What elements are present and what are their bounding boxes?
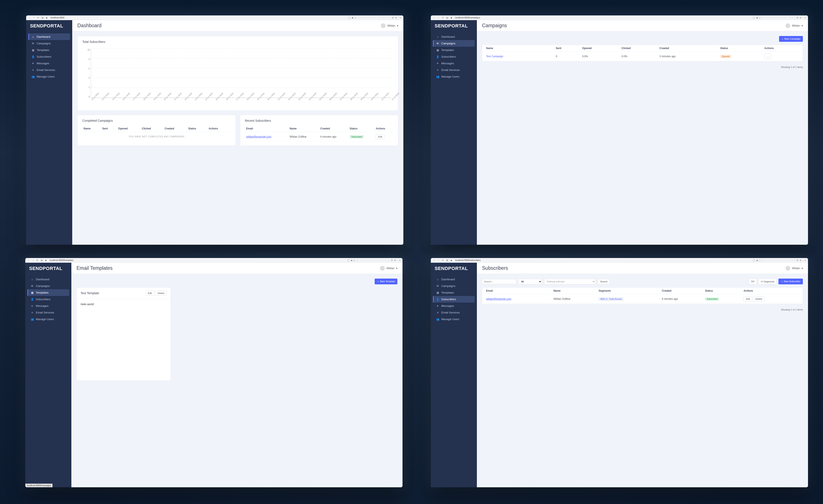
view-toggle[interactable]: ☰▾ bbox=[749, 279, 757, 284]
back-icon[interactable]: ‹ bbox=[433, 259, 436, 262]
campaign-name-link[interactable]: Test Campaign bbox=[486, 55, 503, 58]
sidebar-item-email-services[interactable]: ≡Email Services bbox=[433, 67, 475, 73]
new-subscriber-button[interactable]: ＋ New Subscriber bbox=[779, 279, 803, 284]
back-icon[interactable]: ‹ bbox=[433, 16, 436, 19]
sidebar-item-subscribers[interactable]: 👤Subscribers bbox=[28, 53, 70, 60]
user-menu[interactable]: Wildan▾ bbox=[786, 266, 803, 271]
sidebar-item-subscribers[interactable]: 👤Subscribers bbox=[433, 53, 475, 60]
window-subscribers: ‹›⟳▤◆ localhost:9000/subscribers ◯◆▷♡▫▫▫… bbox=[431, 258, 808, 487]
chevron-down-icon: ▾ bbox=[397, 24, 398, 27]
table-row: Test Campaign 0 0.0% 0.0% 3 minutes ago … bbox=[482, 52, 803, 61]
sidebar: SENDPORTAL ⌂Dashboard ✉Campaigns ▦Templa… bbox=[431, 20, 477, 245]
sidebar-item-dashboard[interactable]: ⌂Dashboard bbox=[27, 276, 69, 283]
subscriber-email-link[interactable]: wildan@example.com bbox=[486, 298, 511, 300]
table-row: wildan@example.com Wildan Zulfikar Web v… bbox=[482, 294, 803, 304]
address-bar[interactable]: localhost:9000/templates bbox=[50, 259, 73, 262]
columns-icon: ▦ bbox=[436, 291, 439, 294]
sidebar-item-messages[interactable]: ✈Messages bbox=[433, 60, 475, 67]
sidebar-item-dashboard[interactable]: ⌂Dashboard bbox=[433, 276, 475, 283]
statusbar: localhost:9000/messages bbox=[25, 484, 52, 487]
sidebar-item-dashboard[interactable]: ⌂Dashboard bbox=[28, 33, 70, 40]
new-template-button[interactable]: ＋ New Template bbox=[375, 279, 397, 284]
toolbar-extensions: ◯◆▷♡▫▫▫▫▫▫▫▫▫▫▫▫▫▫▫⚙⊕▫≡ bbox=[347, 259, 400, 262]
logo: SENDPORTAL bbox=[431, 263, 477, 274]
reload-icon[interactable]: ⟳ bbox=[36, 259, 39, 262]
sidebar-item-templates[interactable]: ▦Templates bbox=[433, 47, 475, 53]
sidebar-item-manage-users[interactable]: 👥Manage Users bbox=[28, 73, 70, 80]
page-header: Email Templates Wildan▾ bbox=[71, 263, 402, 274]
tag-icon: 🏷 bbox=[761, 280, 764, 283]
reload-icon[interactable]: ⟳ bbox=[37, 16, 39, 19]
site-icon: ◆ bbox=[45, 16, 48, 19]
new-campaign-button[interactable]: ＋ New Campaign bbox=[779, 36, 803, 42]
reload-icon[interactable]: ⟳ bbox=[442, 259, 444, 262]
reader-icon[interactable]: ▤ bbox=[40, 259, 43, 262]
forward-icon[interactable]: › bbox=[32, 259, 34, 262]
avatar bbox=[380, 266, 385, 271]
reload-icon[interactable]: ⟳ bbox=[442, 16, 444, 19]
reader-icon[interactable]: ▤ bbox=[446, 16, 448, 19]
sidebar-item-campaigns[interactable]: ✉Campaigns bbox=[433, 40, 475, 47]
user-menu[interactable]: Wildan▾ bbox=[786, 23, 803, 28]
sidebar-item-messages[interactable]: ✈Messages bbox=[27, 303, 69, 309]
address-bar[interactable]: localhost:9000/subscribers bbox=[455, 259, 481, 262]
users-icon: 👥 bbox=[31, 318, 34, 321]
campaigns-table: NameSentOpenedClickedCreatedStatusAction… bbox=[482, 45, 803, 61]
search-input[interactable] bbox=[482, 279, 516, 284]
reader-icon[interactable]: ▤ bbox=[41, 16, 44, 19]
reader-icon[interactable]: ▤ bbox=[446, 259, 448, 262]
page-title: Campaigns bbox=[482, 23, 507, 28]
sidebar-item-manage-users[interactable]: 👥Manage Users bbox=[433, 73, 475, 80]
total-subscribers-card: Total Subscribers 1086420 13-11-202014-1… bbox=[77, 36, 398, 111]
segment-select[interactable]: Nothing selected bbox=[544, 279, 596, 284]
sidebar-item-dashboard[interactable]: ⌂Dashboard bbox=[433, 33, 475, 40]
toolbar-extensions: ◯◆▷♡▫▫▫▫▫▫▫▫▫▫▫▫▫▫▫⚙⊕▫≡ bbox=[348, 16, 401, 19]
subscriber-email-link[interactable]: wildan@example.com bbox=[246, 135, 272, 138]
sidebar-item-campaigns[interactable]: ✉Campaigns bbox=[27, 283, 69, 289]
sidebar-item-email-services[interactable]: ≡Email Services bbox=[28, 67, 70, 73]
segments-button[interactable]: 🏷 Segments bbox=[759, 279, 777, 284]
edit-button[interactable]: Edit bbox=[146, 291, 154, 296]
back-icon[interactable]: ‹ bbox=[27, 259, 30, 262]
search-button[interactable]: Search bbox=[598, 279, 610, 284]
sidebar: SENDPORTAL ⌂Dashboard ✉Campaigns ▦Templa… bbox=[431, 263, 477, 487]
back-icon[interactable]: ‹ bbox=[28, 16, 31, 19]
forward-icon[interactable]: › bbox=[437, 16, 440, 19]
user-menu[interactable]: Wildan▾ bbox=[380, 266, 397, 271]
subscribers-table: EmailNameSegmentsCreatedStatusActions wi… bbox=[482, 288, 803, 304]
user-menu[interactable]: Wildan▾ bbox=[381, 23, 398, 28]
campaigns-table-card: NameSentOpenedClickedCreatedStatusAction… bbox=[482, 45, 803, 61]
page-title: Subscribers bbox=[482, 265, 508, 271]
sidebar-item-subscribers[interactable]: 👤Subscribers bbox=[27, 296, 69, 303]
logo: SENDPORTAL bbox=[25, 263, 71, 274]
segment-pill[interactable]: Web v1 - Early Access bbox=[599, 297, 624, 301]
sidebar-item-templates[interactable]: ▦Templates bbox=[28, 47, 70, 53]
sidebar-item-templates[interactable]: ▦Templates bbox=[27, 289, 69, 296]
address-bar[interactable]: localhost:9000/campaigns bbox=[455, 16, 480, 19]
sidebar-item-campaigns[interactable]: ✉Campaigns bbox=[28, 40, 70, 47]
delete-button[interactable]: Delete bbox=[155, 291, 167, 296]
columns-icon: ▦ bbox=[31, 49, 34, 52]
edit-button[interactable]: Edit bbox=[744, 296, 752, 302]
sidebar-item-manage-users[interactable]: 👥Manage Users bbox=[433, 316, 475, 323]
avatar bbox=[786, 266, 790, 271]
sidebar-item-manage-users[interactable]: 👥Manage Users bbox=[27, 316, 69, 323]
home-icon: ⌂ bbox=[436, 35, 439, 38]
delete-button[interactable]: Delete bbox=[753, 296, 765, 302]
forward-icon[interactable]: › bbox=[33, 16, 35, 19]
sidebar-item-messages[interactable]: ✈Messages bbox=[28, 60, 70, 67]
actions-button[interactable]: … bbox=[764, 54, 771, 59]
filter-select[interactable]: All bbox=[518, 279, 542, 284]
sidebar-item-campaigns[interactable]: ✉Campaigns bbox=[433, 283, 475, 289]
page-header: Dashboard Wildan▾ bbox=[72, 20, 403, 31]
users-icon: 👥 bbox=[31, 75, 34, 78]
sidebar-item-email-services[interactable]: ≡Email Services bbox=[27, 309, 69, 316]
browser-toolbar: ‹›⟳▤◆ localhost:9000/templates ◯◆▷♡▫▫▫▫▫… bbox=[25, 258, 402, 263]
address-bar[interactable]: localhost:9000 bbox=[50, 16, 64, 19]
sidebar-item-email-services[interactable]: ≡Email Services bbox=[433, 309, 475, 316]
sidebar-item-subscribers[interactable]: 👤Subscribers bbox=[433, 296, 475, 303]
sidebar-item-messages[interactable]: ✈Messages bbox=[433, 303, 475, 309]
forward-icon[interactable]: › bbox=[437, 259, 440, 262]
sidebar-item-templates[interactable]: ▦Templates bbox=[433, 289, 475, 296]
site-icon: ◆ bbox=[44, 259, 47, 262]
